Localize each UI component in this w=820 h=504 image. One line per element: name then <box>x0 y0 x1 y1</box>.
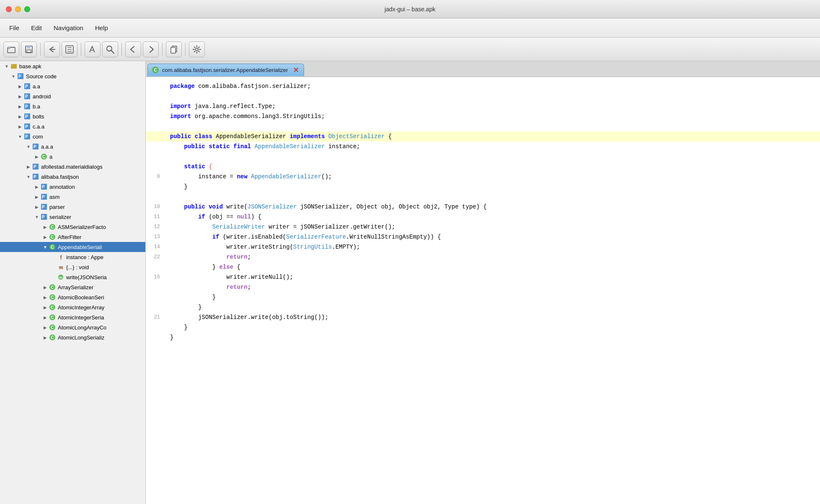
tree-root[interactable]: ▼ base.apk <box>0 61 145 71</box>
line-content: } <box>167 302 820 312</box>
back-button[interactable] <box>44 41 60 57</box>
atomicboolean-arrow: ▶ <box>42 295 49 300</box>
package-aa[interactable]: ▶ P a.a <box>0 81 145 91</box>
nav-back-button[interactable] <box>125 41 141 57</box>
method-write[interactable]: m write(JSONSeria <box>0 272 145 282</box>
line-content: } <box>167 182 820 192</box>
method-static[interactable]: 𝖒 {...} : void <box>0 262 145 272</box>
maximize-button[interactable] <box>24 6 30 12</box>
menu-file[interactable]: File <box>4 23 24 33</box>
minimize-button[interactable] <box>15 6 21 12</box>
code-line-10: 10 public void write(JSONSerializer jSON… <box>146 202 820 212</box>
package-aaa[interactable]: ▼ P a.a.a <box>0 141 145 152</box>
atomicintegerseria-arrow: ▶ <box>42 315 49 320</box>
class-a[interactable]: ▶ C a <box>0 152 145 162</box>
package-ba[interactable]: ▶ P b.a <box>0 101 145 111</box>
asmserializer-icon: C <box>49 223 56 231</box>
tree-button[interactable] <box>62 41 77 57</box>
arrayserializer-label: ArraySerializer <box>58 284 93 291</box>
line-content: import org.apache.commons.lang3.StringUt… <box>167 111 820 121</box>
package-bolts[interactable]: ▶ P bolts <box>0 111 145 121</box>
open-button[interactable] <box>3 41 19 57</box>
menu-edit[interactable]: Edit <box>26 23 47 33</box>
copy-button[interactable] <box>166 41 182 57</box>
editor-tab[interactable]: C com.alibaba.fastjson.serializer.Append… <box>147 64 304 76</box>
code-line-8: 8 instance = new AppendableSerializer(); <box>146 172 820 182</box>
line-num: 10 <box>146 202 167 212</box>
annotation-arrow: ▶ <box>34 185 40 189</box>
code-line-16: 16 writer.writeNull(); <box>146 272 820 282</box>
svg-text:P: P <box>25 94 28 99</box>
line-content: import java.lang.reflect.Type; <box>167 101 820 111</box>
svg-text:C: C <box>51 244 54 249</box>
toolbar-separator-5 <box>185 43 186 56</box>
nav-forward-button[interactable] <box>143 41 159 57</box>
a-class-label: a <box>49 154 52 160</box>
field-instance[interactable]: 𝖋 instance : Appe <box>0 252 145 262</box>
line-content: writer.writeNull(); <box>167 272 820 282</box>
a-icon: C <box>40 153 48 160</box>
class-atomicintegerseria[interactable]: ▶ C AtomicIntegerSeria <box>0 312 145 322</box>
class-atomiclongarrayco[interactable]: ▶ C AtomicLongArrayCo <box>0 322 145 332</box>
close-button[interactable] <box>6 6 12 12</box>
package-asm[interactable]: ▶ P asm <box>0 192 145 202</box>
class-arrayserializer[interactable]: ▶ C ArraySerializer <box>0 282 145 292</box>
save-button[interactable] <box>21 41 37 57</box>
svg-text:P: P <box>34 175 36 179</box>
atomiclongserializ-icon: C <box>49 334 56 341</box>
aa-label: a.a <box>33 83 40 90</box>
svg-point-10 <box>107 46 112 51</box>
toolbar-separator-1 <box>40 43 41 56</box>
arrayserializer-arrow: ▶ <box>42 285 49 290</box>
tab-label: com.alibaba.fastjson.serializer.Appendab… <box>162 67 288 73</box>
svg-text:C: C <box>51 234 54 239</box>
line-num: 11 <box>146 212 167 222</box>
package-alibaba[interactable]: ▼ P alibaba.fastjson <box>0 172 145 182</box>
class-atomicintegerarray[interactable]: ▶ C AtomicIntegerArray <box>0 302 145 312</box>
class-afterfilter[interactable]: ▶ C AfterFilter <box>0 232 145 242</box>
source-code-group[interactable]: ▼ P Source code <box>0 71 145 81</box>
annotation-icon: P <box>40 183 48 190</box>
class-atomiclongserializ[interactable]: ▶ C AtomicLongSerializ <box>0 332 145 342</box>
package-serializer[interactable]: ▼ P serializer <box>0 212 145 222</box>
menu-help[interactable]: Help <box>90 23 113 33</box>
settings-button[interactable] <box>189 41 205 57</box>
svg-rect-13 <box>171 47 175 53</box>
title-bar: jadx-gui – base.apk <box>0 0 820 18</box>
afollestad-icon: P <box>32 163 39 170</box>
sidebar[interactable]: ▼ base.apk ▼ P Source code ▶ P a.a ▶ <box>0 61 146 504</box>
class-atomicboolean[interactable]: ▶ C AtomicBooleanSeri <box>0 292 145 302</box>
package-afollestad[interactable]: ▶ P afollestad.materialdialogs <box>0 162 145 172</box>
decompile-button[interactable] <box>85 41 101 57</box>
class-asmserializer[interactable]: ▶ C ASMSerializerFacto <box>0 222 145 232</box>
code-line-close-class: } <box>146 332 820 342</box>
svg-rect-16 <box>11 65 13 66</box>
code-line-close-else: } <box>146 292 820 302</box>
package-parser[interactable]: ▶ P parser <box>0 202 145 212</box>
source-code-arrow: ▼ <box>10 74 17 79</box>
svg-text:C: C <box>51 224 54 229</box>
svg-text:P: P <box>34 144 36 149</box>
package-com[interactable]: ▼ P com <box>0 131 145 141</box>
toolbar-separator-3 <box>121 43 122 56</box>
tab-close-button[interactable]: ✕ <box>293 66 299 74</box>
class-appendableserializer[interactable]: ▼ C AppendableSeriali <box>0 242 145 252</box>
code-editor[interactable]: package com.alibaba.fastjson.serializer;… <box>146 77 820 504</box>
parser-icon: P <box>40 203 48 211</box>
afterfilter-icon: C <box>49 233 56 241</box>
atomiclongserializ-arrow: ▶ <box>42 335 49 340</box>
a-arrow: ▶ <box>34 154 40 159</box>
menu-navigation[interactable]: Navigation <box>49 23 88 33</box>
line-num: 14 <box>146 242 167 252</box>
atomicintegerarray-icon: C <box>49 303 56 311</box>
search-button[interactable] <box>102 41 118 57</box>
write-icon: m <box>57 273 64 281</box>
package-android[interactable]: ▶ P android <box>0 91 145 101</box>
atomiclongserializ-label: AtomicLongSerializ <box>58 334 104 341</box>
code-line-import1: import java.lang.reflect.Type; <box>146 101 820 111</box>
code-line-blank3 <box>146 152 820 162</box>
package-annotation[interactable]: ▶ P annotation <box>0 182 145 192</box>
package-caa[interactable]: ▶ P c.a.a <box>0 121 145 131</box>
parser-arrow: ▶ <box>34 205 40 209</box>
code-line-22: 22 return; <box>146 252 820 262</box>
